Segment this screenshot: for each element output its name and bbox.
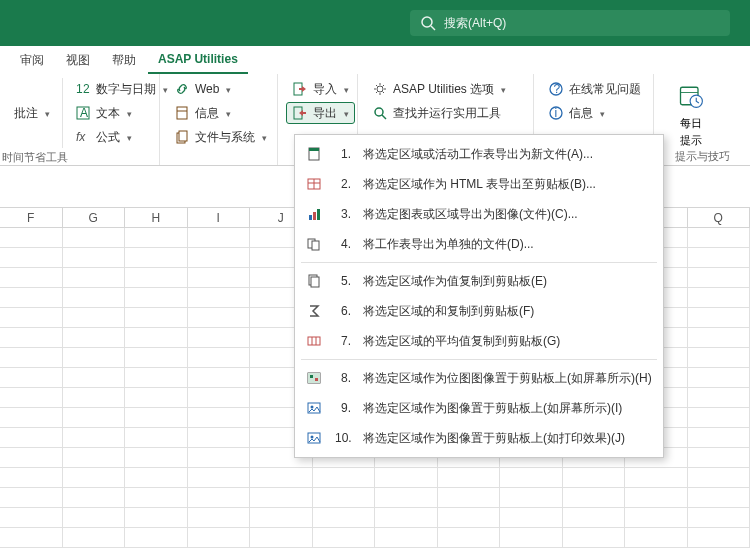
cell[interactable] [688,448,751,468]
cell[interactable] [688,468,751,488]
cell[interactable] [188,528,251,548]
cell[interactable] [188,408,251,428]
cell[interactable] [188,388,251,408]
col-header[interactable]: F [0,208,63,227]
cell[interactable] [688,528,751,548]
export-menu-item[interactable]: 3.将选定图表或区域导出为图像(文件)(C)... [299,199,659,229]
numbers-dates-button[interactable]: 12 数字与日期 [69,78,174,100]
cell[interactable] [250,528,313,548]
tab-asap-utilities[interactable]: ASAP Utilities [148,46,248,74]
cell[interactable] [625,528,688,548]
cell[interactable] [63,308,126,328]
export-menu-item[interactable]: 10.将选定区域作为图像置于剪贴板上(如打印效果)(J) [299,423,659,453]
cell[interactable] [188,308,251,328]
cell[interactable] [125,328,188,348]
cell[interactable] [688,348,751,368]
cell[interactable] [125,448,188,468]
tab-view[interactable]: 视图 [56,46,100,74]
cell[interactable] [688,288,751,308]
text-button[interactable]: A 文本 [69,102,174,124]
cell[interactable] [188,368,251,388]
col-header[interactable]: Q [688,208,751,227]
cell[interactable] [0,368,63,388]
cell[interactable] [625,468,688,488]
file-system-button[interactable]: 文件与系统 [168,126,273,148]
cell[interactable] [688,328,751,348]
export-menu-item[interactable]: 1.将选定区域或活动工作表导出为新文件(A)... [299,139,659,169]
cell[interactable] [438,468,501,488]
tab-help[interactable]: 帮助 [102,46,146,74]
cell[interactable] [63,508,126,528]
cell[interactable] [375,508,438,528]
cell[interactable] [563,468,626,488]
cell[interactable] [438,508,501,528]
cell[interactable] [188,288,251,308]
cell[interactable] [250,468,313,488]
faq-button[interactable]: ? 在线常见问题 [542,78,647,100]
cell[interactable] [688,368,751,388]
export-menu-item[interactable]: 2.将选定区域作为 HTML 表导出至剪贴板(B)... [299,169,659,199]
cell[interactable] [0,468,63,488]
cell[interactable] [188,508,251,528]
cell[interactable] [313,528,376,548]
cell[interactable] [313,508,376,528]
cell[interactable] [0,488,63,508]
cell[interactable] [0,508,63,528]
cell[interactable] [0,388,63,408]
web-button[interactable]: Web [168,78,273,100]
cell[interactable] [0,408,63,428]
cell[interactable] [625,488,688,508]
cell[interactable] [188,348,251,368]
cell[interactable] [313,488,376,508]
cell[interactable] [125,368,188,388]
export-button[interactable]: 导出 [286,102,355,124]
find-run-button[interactable]: 查找并运行实用工具 [366,102,512,124]
cell[interactable] [0,248,63,268]
cell[interactable] [313,468,376,488]
cell[interactable] [125,288,188,308]
export-menu-item[interactable]: 9.将选定区域作为图像置于剪贴板上(如屏幕所示)(I) [299,393,659,423]
cell[interactable] [63,428,126,448]
cell[interactable] [63,448,126,468]
cell[interactable] [0,308,63,328]
cell[interactable] [63,228,126,248]
cell[interactable] [125,388,188,408]
cell[interactable] [125,508,188,528]
cell[interactable] [688,228,751,248]
cell[interactable] [688,488,751,508]
cell[interactable] [500,528,563,548]
cell[interactable] [63,388,126,408]
cell[interactable] [63,468,126,488]
col-header[interactable]: H [125,208,188,227]
cell[interactable] [188,428,251,448]
cell[interactable] [688,308,751,328]
cell[interactable] [250,508,313,528]
cell[interactable] [63,348,126,368]
cell[interactable] [125,408,188,428]
cell[interactable] [438,488,501,508]
cell[interactable] [250,488,313,508]
asap-options-button[interactable]: ASAP Utilities 选项 [366,78,512,100]
daily-tip-button[interactable]: 每日 提示 [662,78,720,147]
cell[interactable] [125,348,188,368]
cell[interactable] [0,228,63,248]
cell[interactable] [688,508,751,528]
cell[interactable] [625,508,688,528]
export-menu-item[interactable]: 7.将选定区域的平均值复制到剪贴板(G) [299,326,659,356]
col-header[interactable]: G [63,208,126,227]
cell[interactable] [125,428,188,448]
cell[interactable] [0,428,63,448]
cell[interactable] [188,488,251,508]
cell[interactable] [688,248,751,268]
cell[interactable] [563,528,626,548]
cell[interactable] [63,248,126,268]
cell[interactable] [188,228,251,248]
cell[interactable] [500,468,563,488]
info-button[interactable]: 信息 [168,102,273,124]
comment-button[interactable]: 批注 [8,102,56,124]
cell[interactable] [0,328,63,348]
cell[interactable] [125,308,188,328]
cell[interactable] [188,448,251,468]
cell[interactable] [125,228,188,248]
export-menu-item[interactable]: 6.将选定区域的和复制到剪贴板(F) [299,296,659,326]
